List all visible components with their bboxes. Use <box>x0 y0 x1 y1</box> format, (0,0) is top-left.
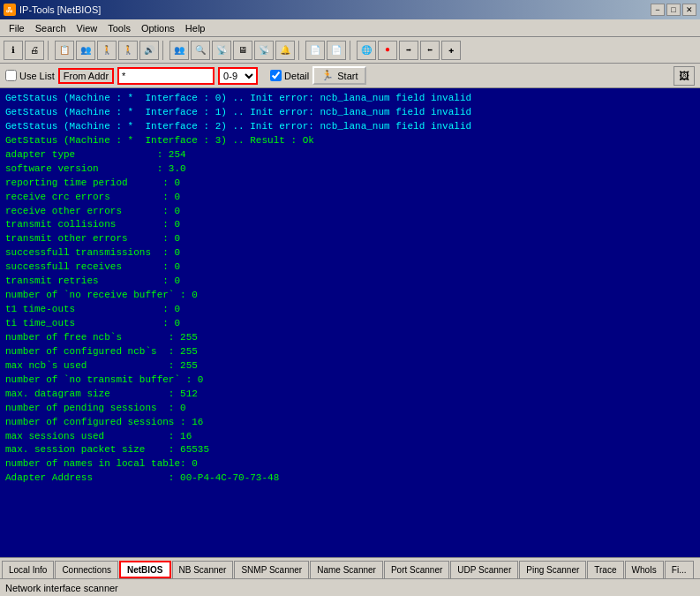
tb-btn-0[interactable]: ℹ <box>4 41 23 60</box>
output-line: number of `no receive buffer` : 0 <box>5 289 695 303</box>
output-line: t1 time-outs : 0 <box>5 303 695 317</box>
output-line: number of free ncb`s : 255 <box>5 331 695 345</box>
use-list-checkbox[interactable] <box>5 70 17 81</box>
output-line: number of configured ncb`s : 255 <box>5 345 695 359</box>
tab-connections[interactable]: Connections <box>55 561 118 578</box>
tb-btn-17[interactable]: ➡ <box>399 41 418 60</box>
menu-file[interactable]: File <box>4 21 30 35</box>
tb-btn-18[interactable]: ⬅ <box>420 41 440 60</box>
output-line: number of pending sessions : 0 <box>5 402 695 416</box>
tab-local-info[interactable]: Local Info <box>2 561 54 578</box>
status-text: Network interface scanner <box>5 583 118 593</box>
title-bar-buttons: − □ ✕ <box>651 4 696 16</box>
tab-whois[interactable]: WhoIs <box>625 561 664 578</box>
output-line: transmit collisions : 0 <box>5 218 695 232</box>
output-line: successfull receives : 0 <box>5 260 695 275</box>
tab-trace[interactable]: Trace <box>587 561 623 578</box>
output-line: max. datagram size : 512 <box>5 388 695 402</box>
tab-bar: Local InfoConnectionsNetBIOSNB ScannerSN… <box>0 557 700 578</box>
menu-tools[interactable]: Tools <box>102 21 136 35</box>
main-window: 🖧 IP-Tools [NetBIOS] − □ ✕ File Search V… <box>0 0 700 596</box>
content-area: GetStatus (Machine : * Interface : 0) ..… <box>0 88 700 557</box>
tb-btn-8[interactable]: 🔍 <box>191 41 210 60</box>
tb-btn-9[interactable]: 📡 <box>212 41 231 60</box>
from-addr-label: From Addr <box>58 68 114 84</box>
output-line: number of names in local table: 0 <box>5 457 695 472</box>
title-bar-text: 🖧 IP-Tools [NetBIOS] <box>4 4 101 16</box>
tb-btn-10[interactable]: 🖥 <box>233 41 252 60</box>
tab-name-scanner[interactable]: Name Scanner <box>310 561 383 578</box>
output-line: max ncb`s used : 255 <box>5 359 695 373</box>
output-line: transmit other errors : 0 <box>5 232 695 246</box>
maximize-button[interactable]: □ <box>666 4 681 16</box>
tab-nb-scanner[interactable]: NB Scanner <box>172 561 234 578</box>
detail-label[interactable]: Detail <box>270 70 309 81</box>
start-button[interactable]: 🏃 Start <box>312 66 366 85</box>
from-addr-input[interactable] <box>117 67 215 85</box>
tab-fi---[interactable]: Fi... <box>665 561 694 578</box>
tb-btn-12[interactable]: 🔔 <box>275 41 295 60</box>
close-button[interactable]: ✕ <box>682 4 696 16</box>
detail-checkbox[interactable] <box>270 70 282 81</box>
tab-netbios[interactable]: NetBIOS <box>119 561 171 578</box>
tb-btn-1[interactable]: 🖨 <box>25 41 44 60</box>
output-line: reporting time period : 0 <box>5 177 695 191</box>
output-line: adapter type : 254 <box>5 148 695 162</box>
tab-udp-scanner[interactable]: UDP Scanner <box>450 561 518 578</box>
output-line: successfull transmissions : 0 <box>5 246 695 260</box>
tb-btn-6[interactable]: 🔊 <box>139 41 159 60</box>
output-area: GetStatus (Machine : * Interface : 0) ..… <box>0 88 700 557</box>
output-line: ti time_outs : 0 <box>5 317 695 331</box>
minimize-button[interactable]: − <box>651 4 665 16</box>
tb-sep-2 <box>162 41 166 60</box>
tb-sep-4 <box>350 41 353 60</box>
output-line: max. session packet size : 65535 <box>5 443 695 457</box>
menu-view[interactable]: View <box>72 21 103 35</box>
output-line: Adapter Address : 00-P4-4C-70-73-48 <box>5 472 695 486</box>
tb-btn-16[interactable]: ● <box>378 41 397 60</box>
tb-btn-13[interactable]: 📄 <box>305 41 325 60</box>
tab-port-scanner[interactable]: Port Scanner <box>384 561 449 578</box>
output-line: number of `no transmit buffer` : 0 <box>5 373 695 388</box>
addr-bar: Use List From Addr 0-9 Detail 🏃 Start 🖼 <box>0 64 700 88</box>
output-line: GetStatus (Machine : * Interface : 1) ..… <box>5 106 695 120</box>
toolbar: ℹ 🖨 📋 👥 🚶 🚶 🔊 👥 🔍 📡 🖥 📡 🔔 📄 📄 🌐 ● ➡ ⬅ ✚ <box>0 37 700 64</box>
app-icon: 🖧 <box>4 4 16 16</box>
start-icon: 🏃 <box>321 70 334 81</box>
tb-btn-3[interactable]: 👥 <box>76 41 95 60</box>
menu-bar: File Search View Tools Options Help <box>0 19 700 37</box>
tb-btn-15[interactable]: 🌐 <box>357 41 376 60</box>
output-line: receive crc errors : 0 <box>5 191 695 205</box>
output-line: receive other errors : 0 <box>5 205 695 219</box>
use-list-text: Use List <box>19 71 55 81</box>
tb-btn-5[interactable]: 🚶 <box>118 41 138 60</box>
menu-options[interactable]: Options <box>136 21 180 35</box>
tb-sep-3 <box>298 41 302 60</box>
use-list-label[interactable]: Use List <box>5 70 55 81</box>
tb-btn-19[interactable]: ✚ <box>441 41 461 60</box>
output-line: software version : 3.0 <box>5 162 695 177</box>
tb-btn-7[interactable]: 👥 <box>169 41 189 60</box>
window-title: IP-Tools [NetBIOS] <box>19 4 101 15</box>
output-line: max sessions used : 16 <box>5 430 695 444</box>
menu-search[interactable]: Search <box>30 21 72 35</box>
tb-btn-2[interactable]: 📋 <box>55 41 74 60</box>
menu-help[interactable]: Help <box>180 21 211 35</box>
output-line: GetStatus (Machine : * Interface : 0) ..… <box>5 92 695 106</box>
tb-btn-11[interactable]: 📡 <box>254 41 274 60</box>
output-line: number of configured sessions : 16 <box>5 416 695 430</box>
tb-sep-1 <box>48 41 51 60</box>
title-bar: 🖧 IP-Tools [NetBIOS] − □ ✕ <box>0 0 700 19</box>
tb-btn-14[interactable]: 📄 <box>327 41 346 60</box>
start-label: Start <box>337 71 358 81</box>
detail-text: Detail <box>284 71 309 81</box>
tb-btn-4[interactable]: 🚶 <box>97 41 117 60</box>
output-line: GetStatus (Machine : * Interface : 2) ..… <box>5 120 695 134</box>
tool-extra-button[interactable]: 🖼 <box>674 66 695 86</box>
range-select[interactable]: 0-9 <box>218 67 258 85</box>
status-bar: Network interface scanner <box>0 578 700 596</box>
output-line: GetStatus (Machine : * Interface : 3) ..… <box>5 134 695 148</box>
tab-snmp-scanner[interactable]: SNMP Scanner <box>234 561 309 578</box>
output-line: transmit retries : 0 <box>5 275 695 289</box>
tab-ping-scanner[interactable]: Ping Scanner <box>519 561 586 578</box>
